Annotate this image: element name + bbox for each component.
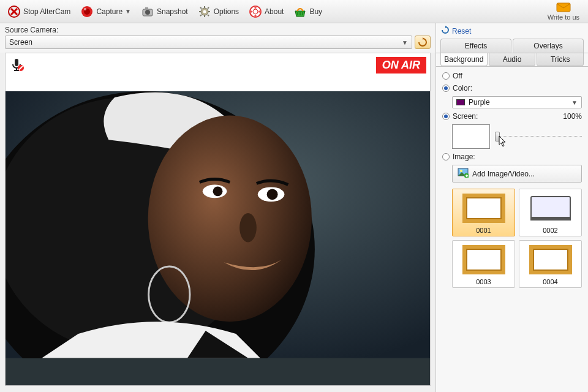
tab-overlays[interactable]: Overlays: [513, 39, 584, 53]
radio-icon: [442, 153, 450, 160]
radio-icon: [442, 113, 450, 120]
color-swatch: [456, 99, 465, 105]
frame-icon: [527, 243, 575, 277]
image-thumbnails-grid: 0001000200030004: [452, 189, 582, 288]
stop-button[interactable]: Stop AlterCam: [2, 2, 75, 21]
svg-rect-24: [258, 10, 262, 12]
source-camera-value: Screen: [9, 38, 32, 47]
add-image-button[interactable]: Add Image/Video...: [452, 165, 582, 183]
svg-line-16: [208, 15, 209, 16]
bg-screen-radio[interactable]: Screen: 100%: [442, 112, 582, 121]
svg-point-10: [203, 10, 206, 13]
tab-audio[interactable]: Audio: [489, 53, 536, 66]
about-label: About: [265, 7, 284, 16]
bg-image-label: Image:: [453, 153, 475, 161]
video-preview: ON AIR: [5, 53, 431, 386]
stop-icon: [7, 5, 21, 18]
bg-color-name: Purple: [469, 98, 568, 107]
svg-point-37: [148, 116, 312, 322]
options-label: Options: [214, 7, 239, 16]
bg-color-radio[interactable]: Color:: [442, 84, 582, 92]
svg-rect-29: [15, 59, 18, 66]
record-icon: [80, 5, 94, 18]
thumb-label: 0003: [476, 277, 491, 285]
basket-icon: [293, 5, 307, 18]
bg-image-radio[interactable]: Image:: [442, 153, 582, 161]
main-toolbar: Stop AlterCam Capture ▼ Snapshot Options…: [0, 0, 588, 23]
source-camera-select[interactable]: Screen ▼: [5, 36, 412, 49]
svg-rect-22: [255, 15, 257, 18]
refresh-sources-button[interactable]: [415, 36, 431, 49]
bg-image-thumb[interactable]: 0002: [519, 189, 582, 236]
thumb-label: 0002: [543, 225, 557, 234]
svg-point-5: [84, 8, 86, 10]
mic-muted-icon[interactable]: [9, 57, 25, 75]
bg-off-radio[interactable]: Off: [442, 72, 582, 80]
bg-off-label: Off: [453, 72, 462, 80]
mail-icon: [556, 2, 571, 13]
svg-point-42: [239, 213, 257, 243]
chevron-down-icon: ▼: [402, 39, 408, 46]
on-air-badge: ON AIR: [376, 57, 426, 74]
radio-icon: [442, 72, 450, 80]
bg-image-thumb[interactable]: 0004: [519, 240, 582, 288]
buy-button[interactable]: Buy: [288, 2, 327, 21]
options-button[interactable]: Options: [193, 2, 244, 21]
svg-point-45: [460, 170, 462, 172]
snapshot-label: Snapshot: [157, 7, 188, 16]
snapshot-button[interactable]: Snapshot: [136, 2, 193, 21]
video-frame: [6, 91, 430, 385]
svg-rect-28: [557, 3, 570, 12]
laptop-icon: [527, 191, 575, 225]
svg-line-15: [200, 7, 202, 9]
chevron-down-icon: ▼: [125, 8, 131, 15]
source-camera-label: Source Camera:: [0, 23, 435, 36]
svg-line-17: [200, 15, 202, 16]
svg-rect-21: [255, 6, 257, 9]
bg-screen-pct: 100%: [563, 112, 582, 121]
screen-thumbnail[interactable]: [452, 124, 490, 149]
svg-point-39: [213, 186, 223, 196]
svg-rect-8: [145, 7, 148, 10]
svg-point-41: [267, 189, 278, 200]
chevron-down-icon: ▼: [571, 99, 578, 106]
bg-image-thumb[interactable]: 0003: [452, 240, 515, 288]
lifebuoy-icon: [249, 5, 262, 18]
write-to-us-button[interactable]: Write to us: [541, 1, 586, 22]
tab-effects[interactable]: Effects: [440, 39, 511, 53]
cursor-icon: [499, 135, 507, 148]
thumb-label: 0001: [476, 225, 491, 234]
svg-point-20: [253, 9, 258, 14]
frame-icon: [460, 243, 508, 277]
tab-tricks[interactable]: Tricks: [537, 53, 584, 66]
refresh-icon: [418, 37, 428, 47]
svg-rect-23: [249, 10, 252, 12]
stop-label: Stop AlterCam: [23, 7, 70, 16]
svg-point-7: [145, 10, 150, 15]
bg-color-select[interactable]: Purple ▼: [452, 96, 582, 108]
svg-line-18: [208, 7, 209, 9]
picture-add-icon: [458, 168, 469, 179]
add-image-label: Add Image/Video...: [472, 170, 535, 178]
thumb-label: 0004: [543, 277, 557, 285]
reset-label: Reset: [452, 27, 471, 36]
about-button[interactable]: About: [244, 2, 288, 21]
bg-screen-label: Screen:: [453, 112, 478, 121]
buy-label: Buy: [309, 7, 322, 16]
bg-image-thumb[interactable]: 0001: [452, 189, 515, 236]
radio-icon: [442, 85, 450, 92]
reset-button[interactable]: Reset: [436, 23, 588, 39]
bg-color-label: Color:: [453, 84, 472, 92]
gear-icon: [198, 5, 211, 18]
frame-icon: [460, 191, 508, 225]
reset-icon: [441, 26, 450, 36]
opacity-slider[interactable]: [495, 130, 582, 143]
capture-button[interactable]: Capture ▼: [75, 2, 136, 21]
capture-label: Capture: [96, 7, 123, 16]
tab-background[interactable]: Background: [440, 53, 488, 66]
camera-icon: [141, 5, 154, 18]
write-to-us-label: Write to us: [548, 13, 579, 21]
